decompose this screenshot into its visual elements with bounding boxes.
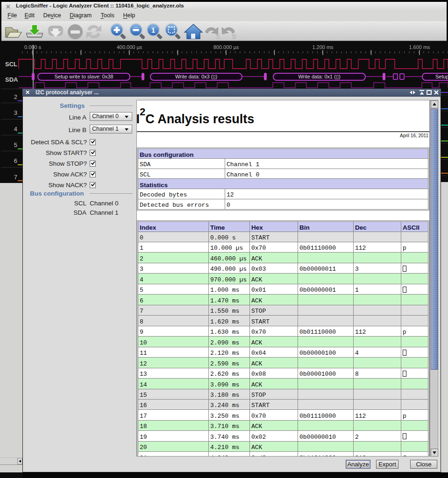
svg-text:2: 2 (232, 33, 236, 40)
svg-text:1: 1 (216, 33, 220, 40)
svg-text:1: 1 (151, 26, 155, 34)
